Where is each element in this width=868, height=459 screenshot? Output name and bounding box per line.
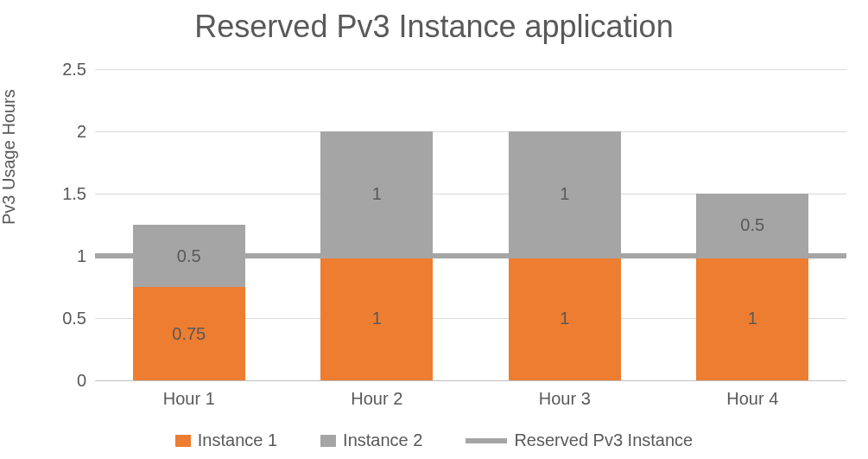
data-label: 1 xyxy=(748,309,757,328)
data-label: 1 xyxy=(372,309,382,328)
y-tick: 1.5 xyxy=(43,184,86,204)
chart-title: Reserved Pv3 Instance application xyxy=(0,9,868,45)
legend-item-instance2: Instance 2 xyxy=(320,430,422,450)
legend-swatch-icon xyxy=(320,435,336,447)
data-label: 1 xyxy=(372,184,382,204)
y-tick: 0 xyxy=(43,371,86,391)
data-label: 0.5 xyxy=(740,215,764,235)
plot-area: 0 0.5 1 1.5 2 2.5 xyxy=(95,69,846,380)
x-tick: Hour 3 xyxy=(539,389,591,409)
data-label: 1 xyxy=(560,184,569,204)
x-tick: Hour 1 xyxy=(163,389,215,409)
x-tick: Hour 2 xyxy=(351,389,402,409)
data-label: 1 xyxy=(560,309,569,328)
y-axis-label: Pv3 Usage Hours xyxy=(0,89,19,225)
labels-layer: 0.75 0.5 1 1 1 1 1 0.5 xyxy=(95,69,846,380)
x-tick: Hour 4 xyxy=(726,389,778,409)
legend-item-instance1: Instance 1 xyxy=(175,430,277,450)
data-label: 0.5 xyxy=(177,246,201,266)
legend-item-reserved: Reserved Pv3 Instance xyxy=(466,430,693,450)
legend-line-icon xyxy=(466,438,507,443)
legend: Instance 1 Instance 2 Reserved Pv3 Insta… xyxy=(0,430,868,450)
legend-label: Instance 2 xyxy=(343,430,422,450)
chart-container: Reserved Pv3 Instance application Pv3 Us… xyxy=(0,0,868,459)
data-label: 0.75 xyxy=(172,324,206,344)
y-tick: 0.5 xyxy=(43,309,86,328)
legend-label: Instance 1 xyxy=(198,430,277,450)
legend-swatch-icon xyxy=(175,435,191,447)
y-tick: 1 xyxy=(43,246,86,266)
gridline xyxy=(95,380,846,381)
y-tick: 2.5 xyxy=(43,60,86,80)
y-tick: 2 xyxy=(43,122,86,142)
legend-label: Reserved Pv3 Instance xyxy=(514,430,693,450)
